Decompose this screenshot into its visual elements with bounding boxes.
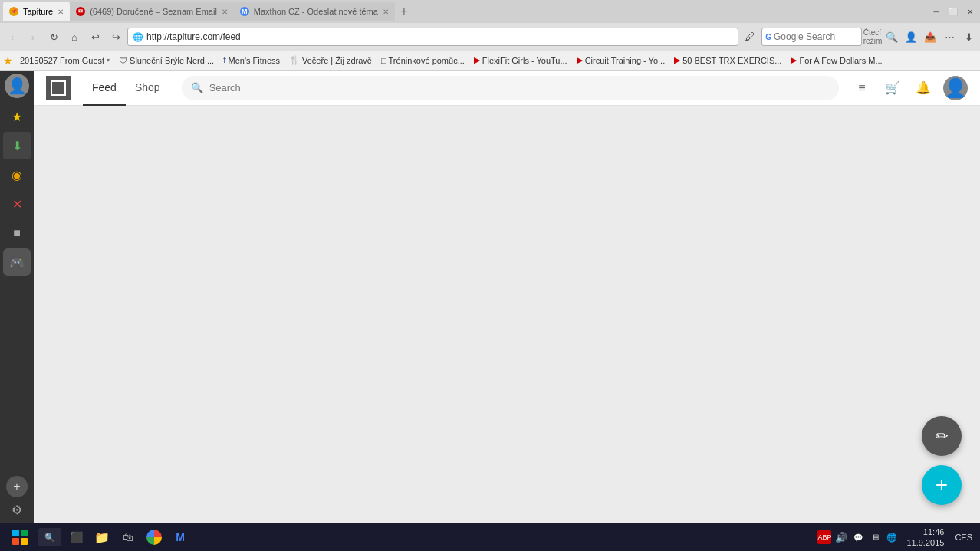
bookmark-treninkove-icon: □	[381, 56, 386, 65]
close-button[interactable]: ✕	[963, 6, 977, 17]
search-input[interactable]	[774, 31, 858, 42]
back-button[interactable]: ‹	[3, 28, 21, 46]
app-search-input[interactable]	[209, 82, 830, 93]
tray-network-icon[interactable]: 🌐	[885, 530, 899, 544]
app-logo-inner	[51, 80, 66, 96]
new-tab-button[interactable]: +	[395, 2, 413, 21]
window-controls: ─ ⬜ ✕	[929, 6, 977, 17]
tab-maxthon[interactable]: M Maxthon CZ - Odeslat nové téma ✕	[234, 2, 395, 21]
tab-close-tapiture[interactable]: ✕	[58, 8, 64, 16]
nav-shop[interactable]: Shop	[126, 71, 169, 106]
sidebar-item-game[interactable]: 🎮	[3, 248, 31, 276]
nav-feed[interactable]: Feed	[83, 71, 126, 106]
bookmark-vecere-label: Večeře | Žij zdravě	[302, 56, 372, 65]
tab-tapiture[interactable]: 📌 Tapiture ✕	[3, 2, 70, 21]
app-header-right: ≡ 🛒 🔔 👤	[851, 76, 968, 100]
home-button[interactable]: ⌂	[65, 28, 84, 46]
app-search-wrap[interactable]: 🔍	[182, 76, 839, 100]
minimize-button[interactable]: ─	[929, 6, 943, 17]
bookmark-circuit-icon: ▶	[577, 55, 583, 65]
bookmark-slunecni-label: Sluneční Brýle Nerd ...	[130, 56, 214, 65]
taskbar-app-task-view[interactable]: ⬛	[64, 526, 87, 549]
search-box-wrap[interactable]: G	[761, 28, 862, 46]
tab-close-maxthon[interactable]: ✕	[383, 8, 389, 16]
bookmark-flexifit-label: FlexiFit Girls - YouTu...	[482, 56, 567, 65]
bookmarks-bar: ★ 20150527 From Guest ▾ 🛡 Sluneční Brýle…	[0, 51, 980, 71]
address-bar-input[interactable]	[146, 31, 733, 42]
sidebar-add-button[interactable]: +	[6, 476, 28, 497]
toolbar-search-icon[interactable]: 🔍	[883, 28, 900, 45]
clock-date: 11.9.2015	[906, 537, 944, 548]
fab-add-button[interactable]: +	[922, 465, 962, 505]
bookmark-date-arrow: ▾	[107, 57, 110, 64]
refresh-button[interactable]: ↻	[44, 28, 63, 46]
sidebar-item-square[interactable]: ■	[3, 219, 31, 247]
bookmark-trx-icon: ▶	[674, 55, 680, 65]
tray-display-icon[interactable]: 🖥	[868, 530, 882, 544]
tab-seznam-title: (6469) Doručené – Seznam Email	[90, 7, 217, 16]
bookmark-trx[interactable]: ▶ 50 BEST TRX EXERCIS...	[672, 55, 784, 65]
taskbar-app-maxthon[interactable]: M	[169, 526, 192, 549]
forward-history-button[interactable]: ↪	[107, 28, 125, 46]
taskbar-app-files[interactable]: 📁	[90, 526, 113, 549]
toolbar-user-icon[interactable]: 👤	[903, 28, 919, 45]
bookmark-date[interactable]: 20150527 From Guest ▾	[18, 56, 112, 65]
tapiture-favicon: 📌	[9, 7, 18, 16]
taskbar-clock[interactable]: 11:46 11.9.2015	[902, 526, 949, 549]
back-history-button[interactable]: ↩	[86, 28, 104, 46]
bookmark-vecere[interactable]: 🍴 Večeře | Žij zdravě	[287, 55, 374, 65]
sidebar-avatar[interactable]: 👤	[5, 74, 29, 98]
sidebar-item-cross[interactable]: ✕	[3, 190, 31, 218]
bookmark-flexifit[interactable]: ▶ FlexiFit Girls - YouTu...	[472, 55, 570, 65]
sidebar-item-downloads[interactable]: ⬇	[3, 132, 31, 159]
app-nav: Feed Shop	[83, 71, 169, 106]
toolbar-dots-icon[interactable]: ⋯	[941, 28, 958, 45]
tab-maxthon-title: Maxthon CZ - Odeslat nové téma	[254, 7, 378, 16]
maximize-button[interactable]: ⬜	[946, 6, 960, 17]
tray-language-icon[interactable]: 💬	[851, 530, 865, 544]
forward-button[interactable]: ›	[24, 28, 42, 46]
bookmark-circuit-label: Circuit Training - Yo...	[585, 56, 666, 65]
bookmark-treninkove-label: Tréninkové pomůc...	[389, 56, 465, 65]
bookmark-dollars[interactable]: ▶ For A Few Dollars M...	[788, 55, 884, 65]
bookmark-add-button[interactable]: 🖊	[741, 28, 759, 46]
sidebar-settings-button[interactable]: ⚙	[6, 499, 28, 520]
tray-abp-icon[interactable]: ABP	[817, 530, 831, 544]
tray-volume-icon[interactable]: 🔊	[834, 530, 848, 544]
feed-content: ✏ +	[34, 106, 980, 523]
address-bar-wrap[interactable]: 🌐	[127, 28, 738, 46]
windows-logo	[12, 530, 28, 545]
bookmark-trx-label: 50 BEST TRX EXERCIS...	[682, 56, 781, 65]
windows-start-button[interactable]	[5, 526, 35, 549]
fab-container: ✏ +	[922, 416, 962, 505]
app-user-avatar[interactable]: 👤	[943, 76, 968, 100]
taskbar-app-store[interactable]: 🛍	[117, 526, 140, 549]
tab-seznam[interactable]: ✉ (6469) Doručené – Seznam Email ✕	[70, 2, 234, 21]
maxthon-favicon: M	[240, 7, 249, 16]
bookmark-mens-label: Men's Fitness	[228, 56, 280, 65]
toolbar-download-icon[interactable]: ⬇	[960, 28, 977, 45]
bookmark-slunecni[interactable]: 🛡 Sluneční Brýle Nerd ...	[117, 56, 216, 65]
taskbar-search[interactable]: 🔍	[38, 528, 61, 546]
address-lock-icon: 🌐	[133, 32, 143, 42]
bookmark-mens[interactable]: f Men's Fitness	[221, 56, 282, 65]
app-cart-button[interactable]: 🛒	[882, 77, 903, 99]
sidebar: 👤 ★ ⬇ ◉ ✕ ■ 🎮 + ⚙	[0, 71, 34, 523]
bookmark-dollars-icon: ▶	[791, 55, 797, 65]
toolbar-share-icon[interactable]: 📤	[922, 28, 939, 45]
app-filter-button[interactable]: ≡	[851, 77, 873, 99]
seznam-favicon: ✉	[76, 7, 85, 16]
reader-mode-button[interactable]: Čtecí režim	[864, 28, 881, 45]
taskbar-tray: ABP 🔊 💬 🖥 🌐	[817, 530, 899, 544]
app-notifications-button[interactable]: 🔔	[913, 77, 934, 99]
sidebar-item-favorites[interactable]: ★	[3, 103, 31, 130]
bookmark-treninkove[interactable]: □ Tréninkové pomůc...	[379, 56, 467, 65]
toolbar: ‹ › ↻ ⌂ ↩ ↪ 🌐 🖊 G Čtecí režim 🔍 👤 📤 ⋯ ⬇	[0, 23, 980, 51]
fab-edit-button[interactable]: ✏	[922, 416, 962, 456]
bookmark-date-label: 20150527 From Guest	[20, 56, 104, 65]
bookmark-circuit[interactable]: ▶ Circuit Training - Yo...	[574, 55, 668, 65]
sidebar-item-rss[interactable]: ◉	[3, 161, 31, 189]
tab-close-seznam[interactable]: ✕	[222, 8, 228, 16]
app-search-icon: 🔍	[191, 82, 203, 93]
taskbar-app-chrome[interactable]	[143, 526, 166, 549]
